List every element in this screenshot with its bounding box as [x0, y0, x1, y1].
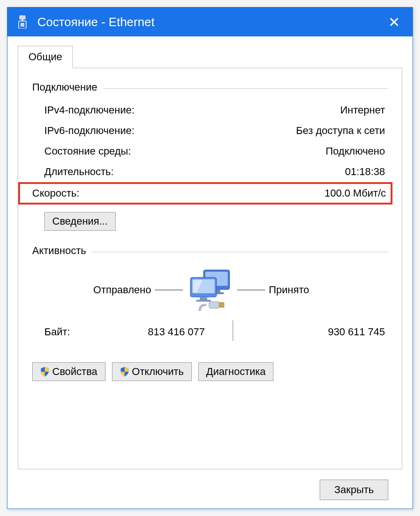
row-ipv6: IPv6-подключение: Без доступа к сети — [44, 120, 385, 141]
action-buttons: Свойства Отключить Ди — [32, 362, 388, 381]
close-button[interactable]: Закрыть — [320, 480, 388, 500]
tab-panel: Подключение IPv4-подключение: Интернет I… — [18, 68, 402, 469]
window-title: Состояние - Ethernet — [37, 15, 385, 29]
close-icon[interactable]: ✕ — [385, 14, 403, 30]
ipv6-label: IPv6-подключение: — [44, 125, 134, 137]
ethernet-status-dialog: Состояние - Ethernet ✕ Общие Подключение… — [7, 7, 413, 509]
divider — [237, 290, 265, 290]
svg-rect-0 — [20, 15, 25, 19]
divider — [92, 252, 388, 252]
group-activity-title: Активность — [32, 245, 86, 257]
duration-label: Длительность: — [44, 166, 114, 178]
group-connection-header: Подключение — [32, 81, 388, 93]
ipv6-value: Без доступа к сети — [296, 125, 385, 137]
svg-rect-12 — [196, 300, 211, 302]
speed-label: Скорость: — [32, 187, 79, 199]
ipv4-value: Интернет — [340, 104, 385, 116]
tab-general[interactable]: Общие — [18, 46, 73, 68]
bytes-label: Байт: — [32, 326, 107, 338]
diagnose-button[interactable]: Диагностика — [198, 362, 274, 381]
svg-rect-13 — [209, 302, 219, 308]
duration-value: 01:18:38 — [345, 166, 385, 178]
ethernet-icon — [17, 14, 28, 29]
divider — [103, 88, 388, 89]
divider — [155, 290, 183, 290]
details-button[interactable]: Сведения... — [44, 212, 116, 231]
row-duration: Длительность: 01:18:38 — [44, 162, 385, 182]
network-computers-icon — [187, 269, 233, 311]
properties-button[interactable]: Свойства — [32, 362, 105, 381]
divider — [205, 320, 261, 344]
shield-icon — [40, 367, 49, 377]
shield-icon — [120, 367, 129, 377]
titlebar[interactable]: Состояние - Ethernet ✕ — [7, 7, 413, 36]
tab-strip: Общие — [18, 46, 402, 68]
connection-rows: IPv4-подключение: Интернет IPv6-подключе… — [32, 100, 388, 182]
bytes-sent-value: 813 416 077 — [107, 326, 205, 338]
disable-button[interactable]: Отключить — [112, 362, 192, 381]
svg-rect-3 — [21, 23, 24, 27]
speed-value: 100.0 Мбит/с — [324, 187, 386, 199]
row-media: Состояние среды: Подключено — [44, 141, 385, 162]
svg-rect-11 — [200, 297, 207, 300]
activity-graphic: Отправлено — [32, 269, 388, 311]
row-ipv4: IPv4-подключение: Интернет — [44, 100, 385, 120]
group-connection-title: Подключение — [32, 81, 98, 93]
bytes-row: Байт: 813 416 077 930 611 745 — [32, 320, 388, 344]
sent-label: Отправлено — [58, 284, 151, 296]
group-activity-header: Активность — [32, 245, 388, 257]
media-value: Подключено — [326, 145, 385, 157]
row-speed-highlighted: Скорость: 100.0 Мбит/с — [18, 182, 392, 205]
recv-label: Принято — [269, 284, 362, 296]
bytes-recv-value: 930 611 745 — [261, 326, 388, 338]
dialog-footer: Закрыть — [18, 469, 402, 500]
media-label: Состояние среды: — [44, 145, 131, 157]
client-area: Общие Подключение IPv4-подключение: Инте… — [7, 36, 413, 509]
ipv4-label: IPv4-подключение: — [44, 104, 134, 116]
